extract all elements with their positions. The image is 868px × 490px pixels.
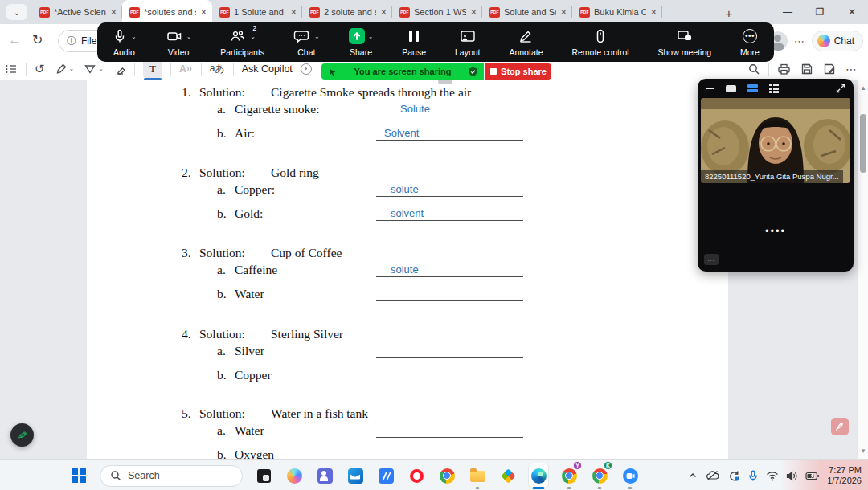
window-close-button[interactable]: ✕ (836, 0, 868, 24)
acrobat-icon[interactable] (831, 418, 849, 435)
browser-tab[interactable]: PDF *Active Science T ✕ (32, 0, 122, 24)
chrome-app-button[interactable] (437, 463, 457, 488)
window-minimize-button[interactable]: — (772, 0, 804, 24)
expand-panel-icon[interactable] (836, 84, 845, 93)
undo-icon[interactable]: ↺ (30, 59, 50, 79)
save-icon[interactable] (796, 59, 818, 79)
answer-text[interactable]: Solute (400, 103, 430, 115)
print-icon[interactable] (772, 59, 796, 79)
chevron-down-icon[interactable]: ⌄ (368, 33, 374, 40)
new-tab-button[interactable]: + (720, 4, 738, 22)
opera-app-button[interactable] (407, 463, 426, 488)
stop-share-button[interactable]: Stop share (485, 63, 551, 80)
participants-button[interactable]: 2 ⌄ Participants (217, 22, 268, 62)
remote-control-button[interactable]: Remote control (568, 22, 632, 62)
tab-close-icon[interactable]: ✕ (200, 7, 207, 18)
onedrive-paused-icon[interactable] (706, 470, 719, 481)
answer-field[interactable]: solute (376, 181, 523, 197)
browser-tab[interactable]: PDF 1 Solute and Sol ✕ (212, 0, 302, 24)
more-button[interactable]: ••• More (737, 22, 763, 62)
answer-text[interactable]: solute (391, 263, 419, 276)
edge-app-button-active[interactable] (529, 463, 548, 488)
browser-tab[interactable]: PDF Buku Kimia Orga ✕ (572, 0, 662, 24)
answer-field[interactable]: Solvent (376, 125, 523, 141)
speaker-view-icon[interactable] (726, 85, 736, 92)
chevron-down-icon[interactable]: ⌄ (314, 33, 320, 40)
audio-button[interactable]: ⌄ Audio (108, 22, 140, 62)
outlook-app-button[interactable] (346, 463, 365, 488)
show-meeting-button[interactable]: Show meeting (655, 22, 715, 62)
chevron-down-icon[interactable]: ⌄ (186, 33, 192, 40)
tray-chevron-up-icon[interactable] (687, 470, 698, 481)
share-button[interactable]: ⌄ Share (346, 22, 377, 62)
layout-button[interactable]: Layout (452, 22, 484, 62)
answer-field[interactable]: solute (376, 261, 523, 277)
volume-icon[interactable] (786, 471, 798, 481)
browser-tab-active[interactable]: PDF *solutes and sol ✕ (122, 0, 212, 24)
browser-tab[interactable]: PDF 2 solute and solv ✕ (302, 0, 392, 24)
translate-icon[interactable]: aあ (205, 59, 230, 79)
tab-search-button[interactable]: ⌄ (6, 4, 27, 20)
read-aloud-icon[interactable]: A (174, 59, 198, 79)
window-restore-button[interactable]: ❐ (804, 0, 836, 24)
share-banner-handle[interactable] (438, 80, 452, 84)
answer-field[interactable]: Solute (376, 100, 523, 116)
video-button[interactable]: ⌄ Video (162, 22, 195, 62)
start-button[interactable] (69, 463, 88, 488)
draw-shape-icon[interactable]: ⌄ (79, 59, 108, 79)
battery-icon[interactable] (805, 471, 820, 481)
scrollbar-thumb[interactable] (860, 114, 866, 173)
file-explorer-button[interactable] (468, 463, 487, 488)
m365-app-button[interactable] (498, 463, 518, 488)
answer-text[interactable]: Solvent (384, 127, 419, 139)
tab-close-icon[interactable]: ✕ (110, 7, 117, 18)
panel-more-button[interactable]: ... (704, 254, 719, 265)
answer-text[interactable]: solute (391, 183, 419, 195)
pause-button[interactable]: Pause (399, 22, 429, 62)
save-as-icon[interactable] (818, 59, 841, 79)
tab-close-icon[interactable]: ✕ (560, 7, 567, 18)
highlighter-icon[interactable]: ⌄ (50, 59, 80, 79)
taskbar-clock[interactable]: 7:27 PM 1/7/2026 (827, 465, 862, 486)
answer-field[interactable]: solvent (376, 205, 523, 221)
chrome-profile-k-button[interactable]: K (590, 463, 609, 488)
answer-text[interactable]: solvent (391, 207, 424, 219)
stacked-view-icon[interactable] (747, 84, 758, 92)
tab-close-icon[interactable]: ✕ (380, 7, 387, 18)
scroll-down-icon[interactable]: ▼ (860, 448, 866, 455)
ask-copilot-button[interactable]: Ask Copilot (237, 63, 297, 75)
zoom-video-panel[interactable]: 82250111520_Yurita Gita Puspa Nugr... ••… (698, 79, 854, 272)
copilot-page-icon[interactable] (301, 63, 312, 75)
gallery-view-icon[interactable] (769, 84, 779, 93)
chevron-down-icon[interactable]: ⌄ (250, 33, 256, 40)
eraser-icon[interactable] (108, 59, 131, 79)
tab-close-icon[interactable]: ✕ (470, 7, 477, 18)
browser-tab[interactable]: PDF Solute and Solve ✕ (482, 0, 572, 24)
pdf-more-icon[interactable]: ⋯ (841, 59, 862, 79)
answer-field[interactable] (376, 285, 523, 301)
zoom-app-button[interactable] (620, 463, 640, 488)
scroll-up-icon[interactable]: ▲ (860, 85, 866, 92)
back-button[interactable]: ← (8, 32, 22, 48)
sync-update-icon[interactable] (727, 470, 740, 482)
copilot-chat-button[interactable]: Chat (812, 31, 863, 51)
info-icon[interactable]: ⓘ (67, 35, 76, 48)
taskbar-search[interactable]: Search (100, 465, 243, 487)
shield-check-icon[interactable] (468, 67, 478, 77)
wifi-icon[interactable] (766, 471, 779, 481)
answer-field[interactable] (376, 342, 523, 358)
add-text-tool-selected[interactable]: T (143, 59, 162, 78)
task-view-button[interactable] (254, 463, 273, 488)
tab-close-icon[interactable]: ✕ (290, 7, 297, 18)
annotate-fab-button[interactable]: ✎ (10, 423, 34, 447)
table-of-contents-icon[interactable] (0, 59, 23, 79)
browser-menu-icon[interactable]: ⋯ (794, 35, 805, 47)
copilot-app-button[interactable] (285, 463, 304, 488)
media-app-button[interactable] (376, 463, 395, 488)
refresh-button[interactable]: ↻ (32, 32, 43, 47)
answer-field[interactable] (376, 422, 523, 438)
browser-tab[interactable]: PDF Section 1 WS So ✕ (392, 0, 482, 24)
search-icon[interactable] (743, 59, 765, 79)
chevron-down-icon[interactable]: ⌄ (131, 33, 137, 40)
answer-field[interactable] (376, 366, 523, 382)
